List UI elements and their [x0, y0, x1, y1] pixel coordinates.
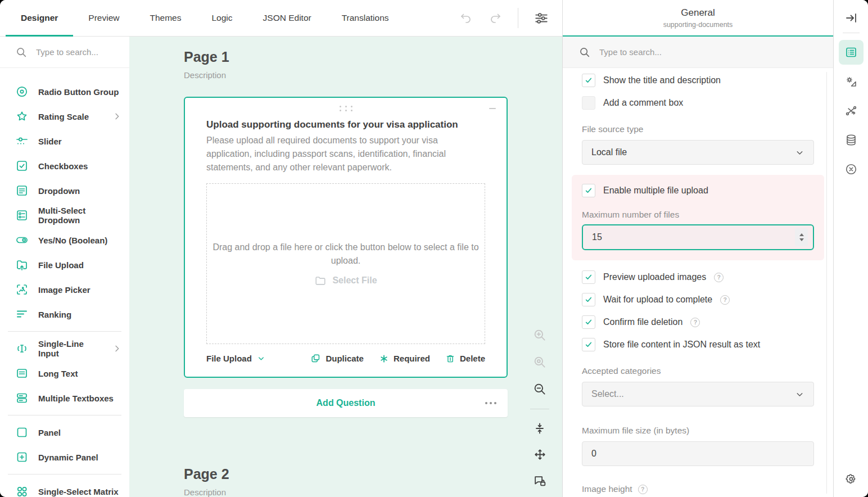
- preview-images-checkbox[interactable]: [582, 270, 595, 284]
- file-dropzone[interactable]: Drag and drop a file here or click the b…: [206, 183, 485, 344]
- file-source-type-select[interactable]: Local file: [582, 140, 814, 165]
- select-file-button[interactable]: Select File: [314, 274, 377, 287]
- tab-translations[interactable]: Translations: [327, 0, 404, 36]
- collapse-question-icon[interactable]: [487, 103, 498, 114]
- tab-themes[interactable]: Themes: [134, 0, 196, 36]
- toolbox-item-ranking[interactable]: Ranking: [0, 302, 129, 327]
- creator-settings-icon[interactable]: [534, 11, 549, 25]
- toolbox-item-rating-scale[interactable]: Rating Scale: [0, 104, 129, 129]
- multiple-upload-checkbox[interactable]: [582, 184, 595, 197]
- add-question-button[interactable]: Add Question: [184, 389, 508, 417]
- properties-search[interactable]: [563, 37, 833, 68]
- toolbox-item-single-line-input[interactable]: Single-Line Input: [0, 336, 129, 361]
- toolbox-search-input[interactable]: [35, 47, 108, 57]
- survey-creator-window: Designer Preview Themes Logic JSON Edito…: [0, 0, 868, 497]
- more-options-icon[interactable]: [485, 402, 496, 404]
- question-type-selector[interactable]: File Upload: [206, 354, 265, 363]
- chevron-down-icon: [795, 390, 804, 399]
- radio-button-group-icon: [15, 85, 29, 98]
- help-icon[interactable]: [714, 273, 724, 282]
- select-value: Local file: [591, 147, 627, 157]
- zoom-in-icon[interactable]: [532, 328, 547, 342]
- toolbox-item-long-text[interactable]: Long Text: [0, 361, 129, 386]
- accepted-categories-select[interactable]: Select...: [582, 382, 814, 406]
- spinner-up-icon[interactable]: [799, 233, 804, 236]
- slider-icon: [15, 134, 29, 148]
- confirm-deletion-checkbox[interactable]: [582, 315, 595, 329]
- undo-icon[interactable]: [459, 11, 473, 25]
- question-title[interactable]: Upload supporting documents for your vis…: [206, 119, 485, 130]
- property-grid-tab-icon[interactable]: [839, 40, 864, 65]
- confirm-deletion-row: Confirm file deletion: [582, 315, 814, 329]
- comment-box-row: Add a comment box: [582, 96, 814, 110]
- page2-title[interactable]: Page 2: [184, 466, 508, 482]
- page1-title[interactable]: Page 1: [184, 48, 508, 65]
- toolbox-item-dynamic-panel[interactable]: Dynamic Panel: [0, 445, 129, 469]
- checkbox-label: Confirm file deletion: [603, 317, 682, 327]
- wait-upload-checkbox[interactable]: [582, 293, 595, 306]
- question-card-file-upload[interactable]: Upload supporting documents for your vis…: [184, 97, 508, 378]
- rating-scale-icon: [15, 110, 29, 123]
- duplicate-question-button[interactable]: Duplicate: [310, 353, 364, 364]
- toolbox-search[interactable]: [0, 37, 129, 68]
- toolbox-item-slider[interactable]: Slider: [0, 129, 129, 153]
- toolbox-item-checkboxes[interactable]: Checkboxes: [0, 153, 129, 178]
- collapse-panel-icon[interactable]: [844, 11, 858, 25]
- tab-preview[interactable]: Preview: [73, 0, 134, 36]
- accepted-categories-label: Accepted categories: [582, 366, 814, 376]
- multi-select-dropdown-icon: [15, 209, 29, 222]
- close-circle-icon[interactable]: [839, 157, 864, 182]
- spinner-down-icon[interactable]: [799, 238, 804, 241]
- dropdown-icon: [15, 184, 29, 197]
- single-line-input-icon: [15, 342, 29, 355]
- long-text-icon: [15, 367, 29, 380]
- number-spinner[interactable]: [795, 228, 808, 246]
- toolbox-item-multi-select-dropdown[interactable]: Multi-Select Dropdown: [0, 203, 129, 228]
- zoom-reset-icon[interactable]: [532, 355, 547, 369]
- tab-logic[interactable]: Logic: [196, 0, 247, 36]
- data-tab-icon[interactable]: [839, 128, 864, 152]
- tab-label: Preview: [88, 13, 119, 23]
- toolbox-item-boolean[interactable]: Yes/No (Boolean): [0, 228, 129, 252]
- toolbox-item-radio-button-group[interactable]: Radio Button Group: [0, 79, 129, 104]
- show-title-checkbox[interactable]: [582, 74, 595, 87]
- max-files-input[interactable]: [592, 232, 795, 242]
- add-question-label: Add Question: [317, 398, 376, 408]
- toolbox-item-label: Panel: [38, 428, 61, 437]
- zoom-toolbar-divider: [530, 409, 549, 409]
- theme-editor-tab-icon[interactable]: [839, 69, 864, 94]
- toolbox-item-file-upload[interactable]: File Upload: [0, 252, 129, 277]
- redo-icon[interactable]: [489, 11, 502, 25]
- lock-state-icon[interactable]: [533, 474, 547, 488]
- tab-json-editor[interactable]: JSON Editor: [248, 0, 327, 36]
- help-icon[interactable]: [720, 295, 730, 305]
- logic-tab-icon[interactable]: [839, 98, 864, 123]
- expand-all-icon[interactable]: [533, 448, 547, 462]
- store-content-checkbox[interactable]: [582, 338, 595, 351]
- checkbox-label: Show the title and description: [603, 75, 721, 85]
- toolbox-item-dropdown[interactable]: Dropdown: [0, 178, 129, 203]
- tab-designer[interactable]: Designer: [6, 0, 73, 36]
- file-source-type-label: File source type: [582, 124, 814, 134]
- drag-handle-icon[interactable]: [338, 106, 353, 111]
- settings-gear-icon[interactable]: [844, 472, 858, 486]
- question-description[interactable]: Please upload all required documents to …: [206, 134, 485, 174]
- toolbox-item-panel[interactable]: Panel: [0, 420, 129, 445]
- page2-description[interactable]: Description: [184, 487, 508, 497]
- design-canvas: Page 1 Description Upload supporting doc…: [129, 37, 562, 497]
- max-file-size-input[interactable]: [591, 449, 804, 459]
- help-icon[interactable]: [690, 318, 700, 327]
- delete-question-button[interactable]: Delete: [445, 353, 485, 364]
- page1-description[interactable]: Description: [184, 70, 508, 81]
- zoom-out-icon[interactable]: [532, 382, 547, 396]
- properties-search-input[interactable]: [598, 47, 767, 57]
- comment-box-checkbox[interactable]: [582, 96, 595, 110]
- help-icon[interactable]: [638, 485, 648, 494]
- collapse-all-icon[interactable]: [533, 422, 546, 435]
- required-question-button[interactable]: Required: [379, 353, 430, 364]
- toolbox-item-image-picker[interactable]: Image Picker: [0, 277, 129, 302]
- toolbox-item-multiple-textboxes[interactable]: Multiple Textboxes: [0, 386, 129, 410]
- canvas-content: Page 1 Description Upload supporting doc…: [184, 37, 508, 497]
- left-column: Designer Preview Themes Logic JSON Edito…: [0, 0, 562, 497]
- toolbox-item-single-select-matrix[interactable]: Single-Select Matrix: [0, 479, 129, 497]
